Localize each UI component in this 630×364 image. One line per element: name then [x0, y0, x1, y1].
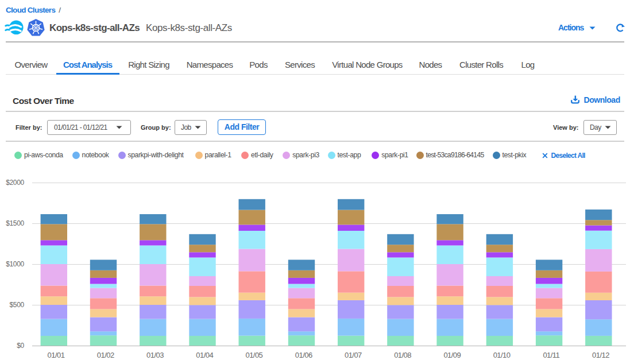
svg-text:01/04: 01/04	[196, 351, 213, 359]
svg-text:$1500: $1500	[6, 219, 24, 227]
svg-text:01/11: 01/11	[543, 351, 559, 359]
svg-text:01/08: 01/08	[394, 351, 411, 359]
svg-text:01/05: 01/05	[246, 351, 263, 359]
svg-text:01/06: 01/06	[295, 351, 312, 359]
svg-text:01/10: 01/10	[493, 351, 511, 359]
svg-text:$500: $500	[10, 301, 25, 309]
svg-text:01/12: 01/12	[592, 351, 609, 359]
svg-text:$1000: $1000	[6, 260, 24, 268]
svg-text:01/07: 01/07	[345, 351, 362, 359]
svg-text:01/03: 01/03	[146, 351, 164, 359]
svg-text:$0: $0	[17, 342, 24, 350]
svg-text:01/01: 01/01	[48, 351, 65, 359]
svg-text:01/09: 01/09	[443, 351, 461, 359]
svg-text:$2000: $2000	[6, 179, 24, 187]
svg-text:01/02: 01/02	[97, 351, 114, 359]
